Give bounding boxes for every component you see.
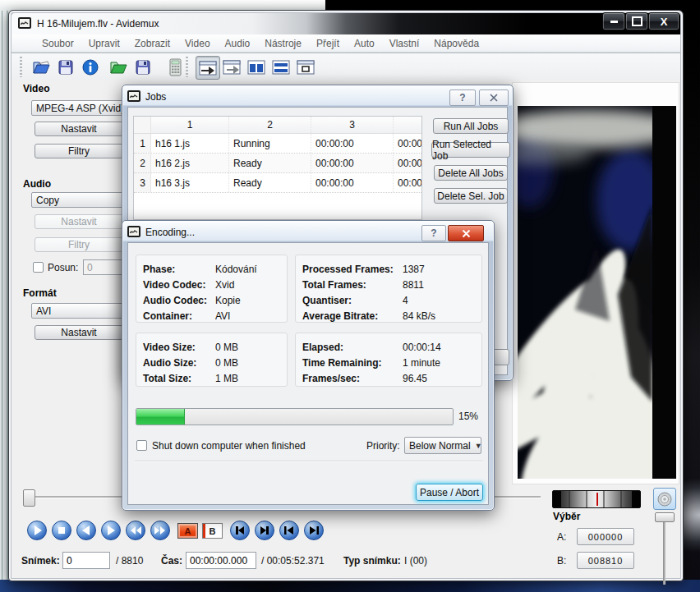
go-to-end-icon bbox=[305, 521, 323, 539]
video-configure-button[interactable]: Nastavit bbox=[35, 122, 123, 136]
selection-a-label: A: bbox=[557, 531, 566, 543]
encoding-dialog-body: Phase:Kódování Video Codec:Xvid Audio Co… bbox=[127, 242, 489, 505]
go-to-start-button[interactable] bbox=[279, 521, 299, 540]
jobs-col-2[interactable]: 2 bbox=[229, 117, 311, 133]
run-selected-job-button[interactable]: Run Selected Job bbox=[431, 142, 510, 158]
audio-codec-value: Kopie bbox=[215, 295, 241, 306]
audio-shift-checkbox[interactable] bbox=[33, 262, 44, 273]
average-bitrate-label: Average Bitrate: bbox=[302, 310, 403, 322]
menu-nastroje[interactable]: Nástroje bbox=[257, 35, 309, 52]
toolbar-grip-2[interactable] bbox=[186, 57, 188, 77]
app-icon bbox=[18, 17, 31, 31]
priority-combo[interactable]: Below Normal ▼ bbox=[404, 437, 481, 454]
save-project-button[interactable] bbox=[131, 56, 154, 78]
maximize-button[interactable] bbox=[625, 12, 648, 30]
menu-prejit[interactable]: Přejít bbox=[309, 35, 347, 52]
encoding-dialog: Encoding... ? Phase:Kódování Video Codec… bbox=[122, 220, 495, 511]
stop-button[interactable] bbox=[52, 521, 71, 540]
volume-slider-track[interactable] bbox=[663, 519, 665, 585]
video-size-value: 0 MB bbox=[215, 342, 238, 353]
set-marker-b-button[interactable]: B bbox=[202, 523, 223, 539]
close-button[interactable]: X bbox=[648, 12, 679, 30]
delete-all-jobs-button[interactable]: Delete All Jobs bbox=[434, 165, 508, 181]
jog-shuttle-wheel[interactable] bbox=[552, 490, 641, 508]
view-side-by-side-button[interactable] bbox=[245, 56, 268, 78]
calculator-button[interactable] bbox=[164, 56, 187, 78]
menu-audio[interactable]: Audio bbox=[218, 35, 258, 52]
jobs-help-button[interactable]: ? bbox=[449, 89, 476, 106]
jobs-col-1[interactable]: 1 bbox=[151, 117, 229, 133]
job-end-time: 00:00:00 bbox=[394, 173, 421, 192]
audio-codec-combo[interactable]: Copy bbox=[31, 192, 123, 208]
next-frame-button[interactable] bbox=[101, 521, 121, 540]
video-filters-button[interactable]: Filtry bbox=[35, 144, 123, 158]
information-button[interactable] bbox=[79, 56, 102, 78]
volume-slider-handle[interactable] bbox=[655, 512, 675, 522]
toolbar-grip[interactable] bbox=[20, 57, 22, 77]
fast-forward-button[interactable] bbox=[150, 521, 170, 540]
audio-mute-button[interactable] bbox=[653, 488, 676, 510]
shutdown-checkbox[interactable] bbox=[136, 440, 147, 451]
encoding-dialog-title: Encoding... bbox=[145, 227, 195, 238]
audio-codec-label: Audio Codec: bbox=[143, 295, 215, 306]
time-remaining-label: Time Remaining: bbox=[302, 357, 403, 369]
selection-b-field[interactable]: 008810 bbox=[577, 552, 634, 569]
encoding-help-button[interactable]: ? bbox=[421, 225, 446, 241]
video-codec-label: Video Codec: bbox=[143, 279, 215, 291]
job-row-3[interactable]: 3 h16 3.js Ready 00:00:00 00:00:00 bbox=[134, 173, 421, 193]
minimize-button[interactable] bbox=[602, 12, 625, 30]
audio-section-heading: Audio bbox=[23, 178, 51, 190]
frame-input[interactable] bbox=[62, 552, 110, 569]
video-codec-combo[interactable]: MPEG-4 ASP (Xvid) bbox=[31, 100, 123, 116]
job-end-time: 00:00:00 bbox=[394, 134, 421, 153]
jobs-table-header: 1 2 3 bbox=[134, 117, 421, 134]
format-configure-button[interactable]: Nastavit bbox=[35, 325, 123, 340]
go-to-end-button[interactable] bbox=[304, 521, 324, 540]
previous-frame-button[interactable] bbox=[76, 521, 96, 540]
seek-slider-handle[interactable] bbox=[23, 489, 35, 507]
menu-soubor[interactable]: Soubor bbox=[35, 35, 81, 52]
menu-upravit[interactable]: Upravit bbox=[81, 35, 127, 52]
menu-vlastni[interactable]: Vlastní bbox=[382, 35, 427, 52]
open-project-button[interactable] bbox=[107, 56, 130, 78]
menu-zobrazit[interactable]: Zobrazit bbox=[127, 35, 177, 52]
view-output-button[interactable] bbox=[220, 56, 243, 78]
audio-shift-field: 0 bbox=[83, 259, 124, 275]
selection-a-field[interactable]: 000000 bbox=[577, 528, 634, 545]
previous-keyframe-button[interactable] bbox=[230, 521, 250, 540]
format-container-combo[interactable]: AVI bbox=[31, 303, 123, 319]
jobs-close-button[interactable] bbox=[479, 89, 509, 106]
window-titlebar[interactable]: H 16-Milujem.flv - Avidemux bbox=[12, 13, 680, 34]
menu-napoveda[interactable]: Nápověda bbox=[426, 35, 486, 52]
delete-selected-job-button[interactable]: Delete Sel. Job bbox=[434, 188, 508, 204]
jobs-col-3[interactable]: 3 bbox=[311, 117, 394, 133]
run-all-jobs-button[interactable]: Run All Jobs bbox=[433, 118, 509, 134]
menu-video[interactable]: Video bbox=[177, 35, 217, 52]
play-button[interactable] bbox=[27, 521, 47, 540]
tool-bar bbox=[12, 53, 680, 81]
encoding-close-button[interactable] bbox=[448, 225, 484, 241]
average-bitrate-value: 84 kB/s bbox=[403, 310, 435, 322]
rewind-button[interactable] bbox=[126, 521, 145, 540]
view-stacked-button[interactable] bbox=[269, 56, 292, 78]
pause-abort-button[interactable]: Pause / Abort bbox=[416, 484, 483, 501]
audio-size-value: 0 MB bbox=[215, 357, 238, 369]
menu-auto[interactable]: Auto bbox=[347, 35, 382, 52]
open-video-button[interactable] bbox=[30, 56, 53, 78]
view-input-button[interactable] bbox=[196, 56, 220, 80]
open-project-icon bbox=[108, 58, 128, 76]
container-value: AVI bbox=[215, 310, 230, 322]
job-row-2[interactable]: 2 h16 2.js Ready 00:00:00 00:00:00 bbox=[134, 154, 421, 173]
set-marker-a-button[interactable]: A bbox=[177, 523, 198, 539]
save-video-button[interactable] bbox=[54, 56, 77, 78]
job-row-1[interactable]: 1 h16 1.js Running 00:00:00 00:00:00 bbox=[134, 134, 421, 154]
video-preview-panel bbox=[512, 82, 679, 484]
fast-forward-icon bbox=[151, 521, 169, 539]
encoding-progress-percent: 15% bbox=[458, 411, 478, 422]
next-keyframe-button[interactable] bbox=[255, 521, 274, 540]
time-input[interactable] bbox=[186, 552, 256, 569]
job-end-time: 00:00:00 bbox=[394, 154, 421, 172]
view-single-button[interactable] bbox=[294, 56, 317, 78]
job-status: Ready bbox=[229, 173, 311, 192]
frame-total: / 8810 bbox=[116, 555, 143, 567]
